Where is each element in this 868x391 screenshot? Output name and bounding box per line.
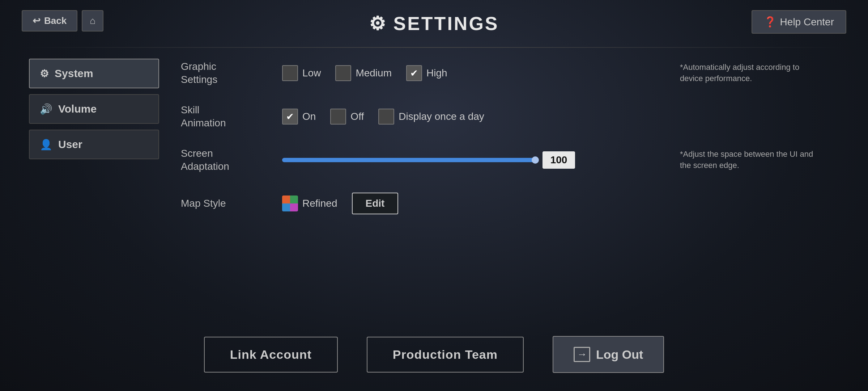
skill-animation-controls: On Off Display once a day <box>282 109 817 125</box>
graphic-medium-option[interactable]: Medium <box>335 65 392 81</box>
link-account-button[interactable]: Link Account <box>204 337 338 373</box>
back-button[interactable]: ↩ Back <box>22 10 77 31</box>
graphic-medium-label: Medium <box>356 67 392 79</box>
map-style-label: Map Style <box>181 197 268 210</box>
sidebar-label-system: System <box>55 67 93 80</box>
sidebar: ⚙ System 🔊 Volume 👤 User <box>29 55 159 311</box>
skill-off-option[interactable]: Off <box>330 109 364 125</box>
screen-adaptation-label: ScreenAdaptation <box>181 147 268 173</box>
slider-thumb[interactable] <box>532 156 539 164</box>
graphic-high-option[interactable]: High <box>406 65 447 81</box>
header-right: ❓ Help Center <box>752 10 846 34</box>
help-center-button[interactable]: ❓ Help Center <box>752 10 846 34</box>
title-text: SETTINGS <box>393 13 499 34</box>
settings-panel: GraphicSettings Low Medium High <box>159 55 839 311</box>
screen-adaptation-note: *Adjust the space between the UI and the… <box>680 149 817 171</box>
screen-adaptation-controls: 100 <box>282 151 665 169</box>
skill-display-once-checkbox[interactable] <box>378 109 394 125</box>
skill-display-once-option[interactable]: Display once a day <box>378 109 484 125</box>
logout-icon: → <box>574 347 590 362</box>
graphic-low-label: Low <box>302 67 321 79</box>
graphic-low-checkbox[interactable] <box>282 65 298 81</box>
back-icon: ↩ <box>33 15 41 26</box>
sidebar-label-user: User <box>58 138 82 151</box>
production-team-button[interactable]: Production Team <box>367 337 524 373</box>
map-style-option: Refined <box>282 196 337 211</box>
skill-off-checkbox[interactable] <box>330 109 346 125</box>
graphic-settings-row: GraphicSettings Low Medium High <box>181 59 817 88</box>
home-button[interactable]: ⌂ <box>82 10 103 31</box>
slider-container: 100 <box>282 151 665 169</box>
graphic-settings-controls: Low Medium High <box>282 65 665 81</box>
screen-adaptation-row: ScreenAdaptation 100 *Adjust the space b… <box>181 146 817 175</box>
graphic-high-checkbox[interactable] <box>406 65 422 81</box>
page-title: ⚙ SETTINGS <box>369 13 499 34</box>
skill-on-option[interactable]: On <box>282 109 316 125</box>
logout-label: Log Out <box>596 348 643 362</box>
volume-icon: 🔊 <box>40 103 52 115</box>
map-style-icon <box>282 196 298 211</box>
graphic-low-option[interactable]: Low <box>282 65 321 81</box>
skill-on-label: On <box>302 111 316 122</box>
graphic-high-label: High <box>426 67 447 79</box>
header-left: ↩ Back ⌂ <box>22 10 103 31</box>
sidebar-item-system[interactable]: ⚙ System <box>29 59 159 88</box>
slider-track[interactable] <box>282 158 535 162</box>
map-style-row: Map Style Refined Edit <box>181 189 817 218</box>
logout-button[interactable]: → Log Out <box>553 336 664 373</box>
skill-animation-label: SkillAnimation <box>181 104 268 130</box>
user-icon: 👤 <box>40 139 52 151</box>
skill-on-checkbox[interactable] <box>282 109 298 125</box>
skill-animation-row: SkillAnimation On Off Display once a day <box>181 102 817 131</box>
graphic-medium-checkbox[interactable] <box>335 65 351 81</box>
skill-off-label: Off <box>350 111 364 122</box>
bottom-bar: Link Account Production Team → Log Out <box>0 325 868 391</box>
sidebar-label-volume: Volume <box>58 103 97 115</box>
main-content: ⚙ System 🔊 Volume 👤 User GraphicSettings <box>0 48 868 325</box>
slider-value: 100 <box>542 151 575 169</box>
skill-display-once-label: Display once a day <box>399 111 484 122</box>
map-style-controls: Refined Edit <box>282 193 817 214</box>
settings-gear-icon: ⚙ <box>369 13 387 34</box>
graphic-settings-label: GraphicSettings <box>181 60 268 87</box>
back-label: Back <box>44 15 67 26</box>
map-style-edit-button[interactable]: Edit <box>352 193 399 214</box>
sidebar-item-volume[interactable]: 🔊 Volume <box>29 94 159 124</box>
graphic-note: *Automatically adjust according to devic… <box>680 62 817 84</box>
help-label: Help Center <box>780 16 834 28</box>
home-icon: ⌂ <box>90 15 95 26</box>
map-style-current: Refined <box>302 198 337 209</box>
slider-fill <box>282 158 535 162</box>
help-icon: ❓ <box>764 16 776 28</box>
system-icon: ⚙ <box>40 68 49 80</box>
header: ↩ Back ⌂ ⚙ SETTINGS ❓ Help Center <box>0 0 868 47</box>
page-wrapper: ↩ Back ⌂ ⚙ SETTINGS ❓ Help Center ⚙ Syst… <box>0 0 868 391</box>
sidebar-item-user[interactable]: 👤 User <box>29 130 159 159</box>
